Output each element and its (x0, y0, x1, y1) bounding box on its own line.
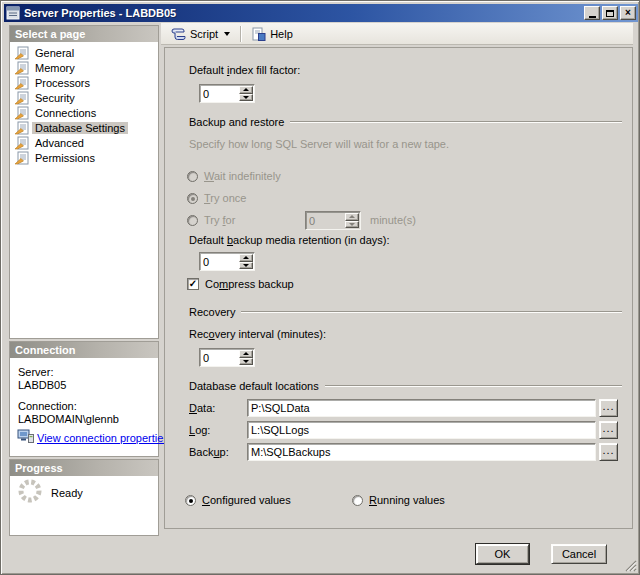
maximize-button[interactable] (602, 6, 618, 20)
sidebar-item-label: Processors (32, 77, 93, 89)
ok-button[interactable]: OK (476, 544, 529, 564)
tape-wait-description: Specify how long SQL Server will wait fo… (189, 138, 449, 150)
sidebar-item-label: General (32, 47, 77, 59)
up-arrow-icon (243, 88, 249, 91)
try-once-label: Try once (204, 192, 246, 204)
data-browse-button[interactable]: ... (599, 399, 618, 417)
radio-icon[interactable] (185, 495, 196, 506)
sidebar-item-label: Memory (32, 62, 78, 74)
spin-up-button[interactable] (239, 350, 253, 358)
sidebar-item-label: Connections (32, 107, 99, 119)
sidebar-item-label: Security (32, 92, 78, 104)
up-arrow-icon (243, 256, 249, 259)
help-button[interactable]: Help (246, 24, 298, 44)
log-location-label: Log: (189, 424, 210, 436)
view-connection-properties-link[interactable]: View connection properties (37, 432, 169, 444)
backup-location-input[interactable] (247, 443, 596, 461)
computer-icon (17, 429, 34, 444)
page-icon (14, 46, 32, 60)
fill-factor-spinner[interactable] (199, 84, 255, 103)
spin-down-button[interactable] (239, 94, 253, 102)
spin-up-button[interactable] (239, 254, 253, 262)
sidebar-item-advanced[interactable]: Advanced (10, 135, 158, 150)
connection-label: Connection: (18, 400, 77, 412)
sidebar-item-general[interactable]: General (10, 45, 158, 60)
spin-down-button[interactable] (239, 262, 253, 270)
select-a-page-panel: Select a page General Memory Processors … (9, 25, 159, 339)
spin-down-button[interactable] (239, 358, 253, 366)
resize-grip[interactable] (623, 558, 637, 572)
default-locations-group: Database default locations (189, 380, 632, 392)
sidebar-item-memory[interactable]: Memory (10, 60, 158, 75)
try-for-unit-label: minute(s) (370, 214, 416, 226)
backup-browse-button[interactable]: ... (599, 443, 618, 461)
data-location-input[interactable] (247, 399, 596, 417)
page-icon (14, 91, 32, 105)
group-divider (241, 311, 622, 313)
radio-icon (187, 171, 198, 182)
progress-status: Ready (51, 487, 83, 499)
select-a-page-header: Select a page (10, 26, 158, 42)
script-button-label: Script (190, 28, 218, 40)
log-location-input[interactable] (247, 421, 596, 439)
retention-spinner[interactable] (199, 252, 255, 271)
sidebar-item-label: Permissions (32, 152, 98, 164)
try-for-radio: Try for (187, 214, 235, 226)
data-location-field-wrap (247, 399, 596, 417)
script-button[interactable]: Script (165, 24, 235, 44)
log-browse-button[interactable]: ... (599, 421, 618, 439)
default-locations-group-label: Database default locations (189, 380, 319, 392)
log-location-field-wrap (247, 421, 596, 439)
down-arrow-icon (349, 223, 355, 226)
wait-indefinitely-label: Wait indefinitely (204, 170, 281, 182)
progress-header: Progress (10, 460, 158, 476)
spin-up-button (345, 213, 359, 221)
configured-values-radio[interactable]: Configured values (185, 494, 291, 506)
data-location-label: Data: (189, 402, 215, 414)
server-properties-dialog: Server Properties - LABDB05 × Script Hel… (0, 0, 640, 575)
minimize-button[interactable] (584, 6, 600, 20)
recovery-interval-label: Recovery interval (minutes): (189, 328, 326, 340)
spin-down-button (345, 221, 359, 229)
server-properties-icon (6, 6, 20, 20)
page-icon (14, 136, 32, 150)
spin-up-button[interactable] (239, 86, 253, 94)
page-icon (14, 76, 32, 90)
up-arrow-icon (349, 215, 355, 218)
close-icon: × (625, 8, 631, 18)
sidebar-item-processors[interactable]: Processors (10, 75, 158, 90)
connection-header: Connection (10, 342, 158, 358)
sidebar-item-database-settings[interactable]: Database Settings (10, 120, 158, 135)
page-icon (14, 106, 32, 120)
recovery-group: Recovery (189, 306, 632, 318)
compress-backup-checkbox[interactable]: ✓ (187, 278, 199, 290)
cancel-button[interactable]: Cancel (551, 544, 607, 564)
running-values-radio[interactable]: Running values (352, 494, 445, 506)
close-button[interactable]: × (620, 6, 636, 20)
radio-icon[interactable] (352, 495, 363, 506)
down-arrow-icon (243, 360, 249, 363)
try-once-radio: Try once (187, 192, 246, 204)
database-settings-page: Default index fill factor: Backup and re… (164, 47, 633, 529)
recovery-interval-spinner[interactable] (199, 348, 255, 367)
help-document-icon (251, 27, 266, 41)
wait-indefinitely-radio: Wait indefinitely (187, 170, 281, 182)
down-arrow-icon (243, 264, 249, 267)
backup-restore-group-label: Backup and restore (189, 116, 284, 128)
backup-restore-group: Backup and restore (189, 116, 632, 128)
sidebar-item-permissions[interactable]: Permissions (10, 150, 158, 165)
sidebar-item-label: Database Settings (32, 122, 128, 134)
sidebar-item-security[interactable]: Security (10, 90, 158, 105)
sidebar-item-connections[interactable]: Connections (10, 105, 158, 120)
try-for-label: Try for (204, 214, 235, 226)
page-list: General Memory Processors Security Conne… (10, 42, 158, 165)
compress-backup-label: Compress backup (205, 278, 294, 290)
title-bar: Server Properties - LABDB05 × (4, 4, 638, 22)
sidebar-item-label: Advanced (32, 137, 87, 149)
radio-icon (187, 215, 198, 226)
script-dropdown-arrow-icon[interactable] (224, 32, 230, 36)
spinner-ring-icon (16, 477, 44, 505)
backup-location-label: Backup: (189, 446, 229, 458)
down-arrow-icon (243, 96, 249, 99)
try-for-spinner (305, 211, 361, 230)
